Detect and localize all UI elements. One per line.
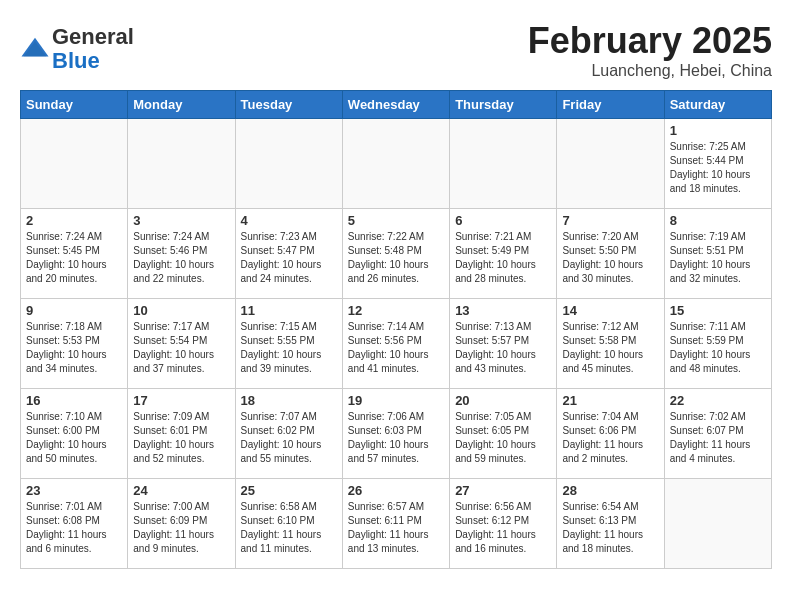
title-block: February 2025 Luancheng, Hebei, China [528, 20, 772, 80]
day-info: Sunrise: 7:21 AM Sunset: 5:49 PM Dayligh… [455, 230, 551, 286]
month-title: February 2025 [528, 20, 772, 62]
day-number: 20 [455, 393, 551, 408]
day-number: 12 [348, 303, 444, 318]
calendar-cell [235, 119, 342, 209]
day-info: Sunrise: 7:23 AM Sunset: 5:47 PM Dayligh… [241, 230, 337, 286]
day-info: Sunrise: 6:58 AM Sunset: 6:10 PM Dayligh… [241, 500, 337, 556]
calendar-cell: 12Sunrise: 7:14 AM Sunset: 5:56 PM Dayli… [342, 299, 449, 389]
calendar-cell: 21Sunrise: 7:04 AM Sunset: 6:06 PM Dayli… [557, 389, 664, 479]
calendar-cell [21, 119, 128, 209]
day-number: 15 [670, 303, 766, 318]
day-number: 22 [670, 393, 766, 408]
day-number: 10 [133, 303, 229, 318]
calendar-cell: 15Sunrise: 7:11 AM Sunset: 5:59 PM Dayli… [664, 299, 771, 389]
calendar-body: 1Sunrise: 7:25 AM Sunset: 5:44 PM Daylig… [21, 119, 772, 569]
day-number: 26 [348, 483, 444, 498]
calendar-cell [450, 119, 557, 209]
logo: General Blue [20, 25, 134, 73]
calendar-header: Sunday Monday Tuesday Wednesday Thursday… [21, 91, 772, 119]
day-info: Sunrise: 6:57 AM Sunset: 6:11 PM Dayligh… [348, 500, 444, 556]
col-thursday: Thursday [450, 91, 557, 119]
day-info: Sunrise: 7:20 AM Sunset: 5:50 PM Dayligh… [562, 230, 658, 286]
week-row-5: 23Sunrise: 7:01 AM Sunset: 6:08 PM Dayli… [21, 479, 772, 569]
day-info: Sunrise: 7:06 AM Sunset: 6:03 PM Dayligh… [348, 410, 444, 466]
calendar-cell: 9Sunrise: 7:18 AM Sunset: 5:53 PM Daylig… [21, 299, 128, 389]
page-header: General Blue February 2025 Luancheng, He… [20, 20, 772, 80]
day-info: Sunrise: 7:18 AM Sunset: 5:53 PM Dayligh… [26, 320, 122, 376]
calendar-cell: 8Sunrise: 7:19 AM Sunset: 5:51 PM Daylig… [664, 209, 771, 299]
calendar-cell: 19Sunrise: 7:06 AM Sunset: 6:03 PM Dayli… [342, 389, 449, 479]
day-info: Sunrise: 7:11 AM Sunset: 5:59 PM Dayligh… [670, 320, 766, 376]
day-info: Sunrise: 6:56 AM Sunset: 6:12 PM Dayligh… [455, 500, 551, 556]
day-number: 11 [241, 303, 337, 318]
calendar-cell: 5Sunrise: 7:22 AM Sunset: 5:48 PM Daylig… [342, 209, 449, 299]
week-row-4: 16Sunrise: 7:10 AM Sunset: 6:00 PM Dayli… [21, 389, 772, 479]
col-monday: Monday [128, 91, 235, 119]
calendar-cell: 20Sunrise: 7:05 AM Sunset: 6:05 PM Dayli… [450, 389, 557, 479]
calendar-cell: 18Sunrise: 7:07 AM Sunset: 6:02 PM Dayli… [235, 389, 342, 479]
day-number: 8 [670, 213, 766, 228]
calendar-cell: 14Sunrise: 7:12 AM Sunset: 5:58 PM Dayli… [557, 299, 664, 389]
calendar-cell: 28Sunrise: 6:54 AM Sunset: 6:13 PM Dayli… [557, 479, 664, 569]
day-info: Sunrise: 7:24 AM Sunset: 5:45 PM Dayligh… [26, 230, 122, 286]
calendar-cell: 27Sunrise: 6:56 AM Sunset: 6:12 PM Dayli… [450, 479, 557, 569]
logo-general-text: General [52, 24, 134, 49]
calendar-cell: 17Sunrise: 7:09 AM Sunset: 6:01 PM Dayli… [128, 389, 235, 479]
calendar-cell: 13Sunrise: 7:13 AM Sunset: 5:57 PM Dayli… [450, 299, 557, 389]
day-info: Sunrise: 7:00 AM Sunset: 6:09 PM Dayligh… [133, 500, 229, 556]
day-number: 27 [455, 483, 551, 498]
calendar-cell [557, 119, 664, 209]
calendar-cell [128, 119, 235, 209]
day-number: 28 [562, 483, 658, 498]
day-number: 6 [455, 213, 551, 228]
calendar-cell: 22Sunrise: 7:02 AM Sunset: 6:07 PM Dayli… [664, 389, 771, 479]
day-number: 21 [562, 393, 658, 408]
day-number: 7 [562, 213, 658, 228]
week-row-1: 1Sunrise: 7:25 AM Sunset: 5:44 PM Daylig… [21, 119, 772, 209]
calendar-cell: 25Sunrise: 6:58 AM Sunset: 6:10 PM Dayli… [235, 479, 342, 569]
week-row-3: 9Sunrise: 7:18 AM Sunset: 5:53 PM Daylig… [21, 299, 772, 389]
logo-blue-text: Blue [52, 48, 100, 73]
calendar-cell: 6Sunrise: 7:21 AM Sunset: 5:49 PM Daylig… [450, 209, 557, 299]
week-row-2: 2Sunrise: 7:24 AM Sunset: 5:45 PM Daylig… [21, 209, 772, 299]
day-info: Sunrise: 7:07 AM Sunset: 6:02 PM Dayligh… [241, 410, 337, 466]
day-info: Sunrise: 7:13 AM Sunset: 5:57 PM Dayligh… [455, 320, 551, 376]
calendar-cell: 24Sunrise: 7:00 AM Sunset: 6:09 PM Dayli… [128, 479, 235, 569]
calendar-table: Sunday Monday Tuesday Wednesday Thursday… [20, 90, 772, 569]
day-number: 5 [348, 213, 444, 228]
header-row: Sunday Monday Tuesday Wednesday Thursday… [21, 91, 772, 119]
calendar-cell: 23Sunrise: 7:01 AM Sunset: 6:08 PM Dayli… [21, 479, 128, 569]
day-number: 25 [241, 483, 337, 498]
col-saturday: Saturday [664, 91, 771, 119]
day-number: 16 [26, 393, 122, 408]
calendar-cell [664, 479, 771, 569]
day-info: Sunrise: 6:54 AM Sunset: 6:13 PM Dayligh… [562, 500, 658, 556]
calendar-cell: 1Sunrise: 7:25 AM Sunset: 5:44 PM Daylig… [664, 119, 771, 209]
day-number: 14 [562, 303, 658, 318]
col-sunday: Sunday [21, 91, 128, 119]
col-tuesday: Tuesday [235, 91, 342, 119]
calendar-cell: 11Sunrise: 7:15 AM Sunset: 5:55 PM Dayli… [235, 299, 342, 389]
calendar-cell: 3Sunrise: 7:24 AM Sunset: 5:46 PM Daylig… [128, 209, 235, 299]
day-number: 9 [26, 303, 122, 318]
day-number: 17 [133, 393, 229, 408]
day-info: Sunrise: 7:05 AM Sunset: 6:05 PM Dayligh… [455, 410, 551, 466]
calendar-cell [342, 119, 449, 209]
col-wednesday: Wednesday [342, 91, 449, 119]
day-info: Sunrise: 7:02 AM Sunset: 6:07 PM Dayligh… [670, 410, 766, 466]
day-info: Sunrise: 7:22 AM Sunset: 5:48 PM Dayligh… [348, 230, 444, 286]
day-number: 18 [241, 393, 337, 408]
calendar-cell: 4Sunrise: 7:23 AM Sunset: 5:47 PM Daylig… [235, 209, 342, 299]
day-info: Sunrise: 7:04 AM Sunset: 6:06 PM Dayligh… [562, 410, 658, 466]
day-number: 19 [348, 393, 444, 408]
calendar-cell: 16Sunrise: 7:10 AM Sunset: 6:00 PM Dayli… [21, 389, 128, 479]
calendar-cell: 10Sunrise: 7:17 AM Sunset: 5:54 PM Dayli… [128, 299, 235, 389]
day-info: Sunrise: 7:10 AM Sunset: 6:00 PM Dayligh… [26, 410, 122, 466]
day-number: 1 [670, 123, 766, 138]
calendar-cell: 2Sunrise: 7:24 AM Sunset: 5:45 PM Daylig… [21, 209, 128, 299]
day-number: 24 [133, 483, 229, 498]
day-info: Sunrise: 7:14 AM Sunset: 5:56 PM Dayligh… [348, 320, 444, 376]
day-info: Sunrise: 7:19 AM Sunset: 5:51 PM Dayligh… [670, 230, 766, 286]
location-subtitle: Luancheng, Hebei, China [528, 62, 772, 80]
col-friday: Friday [557, 91, 664, 119]
